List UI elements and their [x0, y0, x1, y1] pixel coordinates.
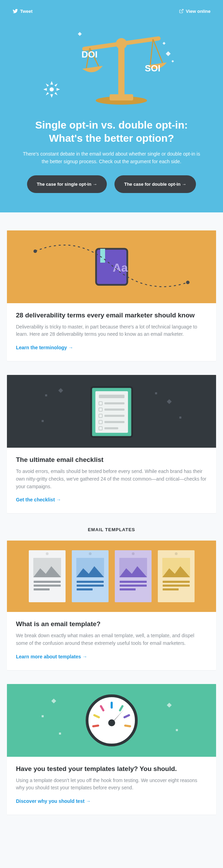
svg-rect-5 — [162, 42, 165, 45]
card-cta[interactable]: Learn the terminology → — [16, 345, 73, 350]
gauge-icon — [86, 694, 138, 746]
brand-logo — [43, 80, 61, 98]
card-body-text: We break down exactly what makes an emai… — [16, 632, 207, 647]
svg-marker-36 — [76, 566, 104, 577]
external-link-icon — [179, 9, 184, 14]
hero: Tweet View online — [0, 0, 223, 212]
svg-marker-37 — [119, 566, 147, 577]
card-what-is-template: What is an email template? We break down… — [7, 541, 216, 670]
section-label-templates: EMAIL TEMPLATES — [7, 527, 216, 532]
svg-line-41 — [125, 715, 129, 717]
card-title: 28 deliverability terms every email mark… — [16, 312, 207, 319]
card-test-templates: Have you tested your templates lately? Y… — [7, 684, 216, 815]
svg-line-0 — [181, 9, 183, 11]
svg-marker-35 — [33, 566, 61, 577]
template-thumb — [158, 550, 195, 602]
card-cta[interactable]: Get the checklist → — [16, 497, 61, 502]
svg-marker-47 — [112, 710, 124, 723]
card-deliverability-terms: Aa 28 deliverability terms every email m… — [7, 230, 216, 361]
view-online-link[interactable]: View online — [179, 9, 211, 14]
card-body-text: Using a template doesn't let you off the… — [16, 777, 207, 792]
svg-line-44 — [94, 715, 99, 717]
svg-point-15 — [34, 249, 37, 253]
svg-rect-4 — [171, 60, 174, 62]
template-thumb — [115, 550, 152, 602]
svg-rect-8 — [118, 46, 125, 96]
cta-double-optin[interactable]: The case for double opt-in → — [114, 175, 196, 193]
svg-marker-38 — [162, 566, 190, 577]
scale-left-label: DOI — [82, 49, 97, 60]
svg-point-1 — [50, 87, 54, 91]
scale-illustration: DOI SOI — [62, 19, 180, 109]
card-title: What is an email template? — [16, 620, 207, 628]
card-body-text: Deliverability is tricky to master, in p… — [16, 323, 207, 338]
svg-line-40 — [120, 706, 122, 710]
card-cta[interactable]: Discover why you should test → — [16, 798, 91, 804]
view-online-label: View online — [186, 9, 211, 14]
card-title: The ultimate email checklist — [16, 456, 207, 464]
tweet-link[interactable]: Tweet — [12, 8, 33, 14]
card-title: Have you tested your templates lately? Y… — [16, 765, 207, 773]
svg-line-45 — [93, 726, 98, 726]
card-cta[interactable]: Learn more about templates → — [16, 654, 87, 659]
template-thumb — [72, 550, 109, 602]
template-thumb — [29, 550, 66, 602]
svg-point-16 — [186, 281, 190, 284]
card-body-text: To avoid errors, emails should be tested… — [16, 468, 207, 490]
tweet-label: Tweet — [20, 9, 33, 14]
svg-rect-3 — [166, 51, 171, 56]
svg-line-43 — [101, 706, 103, 710]
card-email-checklist: The ultimate email checklist To avoid er… — [7, 375, 216, 513]
cta-single-optin[interactable]: The case for single opt-in → — [27, 175, 107, 193]
hero-title: Single opt-in vs. double opt-in: What's … — [22, 119, 202, 144]
svg-line-42 — [125, 726, 130, 726]
svg-rect-2 — [78, 32, 82, 36]
twitter-icon — [12, 8, 18, 14]
scale-right-label: SOI — [145, 63, 160, 73]
svg-line-14 — [153, 38, 163, 64]
hero-subtitle: There's constant debate in the email wor… — [22, 150, 202, 166]
